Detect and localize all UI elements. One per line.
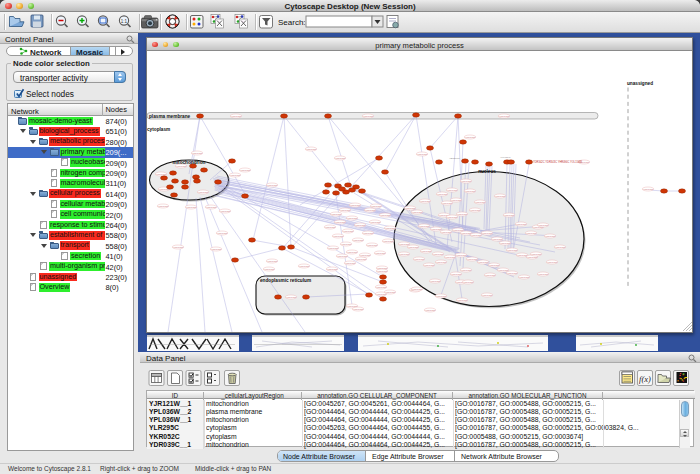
svg-text:YGR192C: YGR192C	[425, 309, 436, 311]
svg-text:YGR192C: YGR192C	[547, 261, 558, 263]
svg-text:YGR192C: YGR192C	[376, 286, 387, 288]
svg-text:YGR192C: YGR192C	[412, 211, 423, 213]
svg-text:YGR192C: YGR192C	[478, 261, 489, 263]
svg-text:YGR192C: YGR192C	[335, 221, 346, 223]
svg-text:YGR192C: YGR192C	[367, 244, 378, 246]
svg-text:YGR192C: YGR192C	[399, 243, 410, 245]
svg-text:YGR192C: YGR192C	[526, 232, 537, 234]
svg-text:YGR192C: YGR192C	[453, 229, 464, 231]
svg-text:YGR192C: YGR192C	[498, 269, 509, 271]
svg-text:YGR192C: YGR192C	[383, 240, 394, 242]
svg-text:f(x): f(x)	[639, 374, 651, 384]
svg-text:YGR192C: YGR192C	[333, 235, 344, 237]
svg-text:YGR192C: YGR192C	[456, 254, 467, 256]
svg-text:YGR192C: YGR192C	[158, 205, 169, 207]
svg-text:YGR192C: YGR192C	[356, 258, 367, 260]
svg-text:cytoplasm: cytoplasm	[147, 127, 170, 132]
svg-text:YGR192C: YGR192C	[353, 239, 364, 241]
svg-text:YGR192C: YGR192C	[371, 205, 382, 207]
svg-text:YGR192C: YGR192C	[447, 189, 458, 191]
svg-text:YGR192C: YGR192C	[337, 255, 348, 257]
svg-text:YGR192C: YGR192C	[365, 209, 376, 211]
svg-text:YGR192C: YGR192C	[643, 188, 654, 190]
svg-text:YGR192C: YGR192C	[419, 225, 430, 227]
svg-text:YGR192C: YGR192C	[475, 201, 486, 203]
svg-text:YGR192C: YGR192C	[267, 260, 278, 262]
svg-text:YGR192C: YGR192C	[206, 206, 217, 208]
svg-text:YGR192C: YGR192C	[519, 276, 530, 278]
svg-text:YGR192C: YGR192C	[347, 217, 358, 219]
svg-text:YGR192C: YGR192C	[516, 223, 527, 225]
svg-text:YGR192C: YGR192C	[463, 281, 474, 283]
svg-text:YGR192C: YGR192C	[230, 174, 241, 176]
svg-text:YGR192C: YGR192C	[457, 213, 468, 215]
svg-text:YGR192C: YGR192C	[467, 258, 478, 260]
svg-text:YGR192C: YGR192C	[240, 169, 251, 171]
svg-text:YGR192C: YGR192C	[507, 272, 518, 274]
svg-text:YGR192C: YGR192C	[377, 270, 388, 272]
svg-text:YGR192C: YGR192C	[350, 204, 361, 206]
svg-text:YGR192C: YGR192C	[377, 267, 388, 269]
svg-text:YGR192C: YGR192C	[375, 252, 386, 254]
svg-text:YGR192C: YGR192C	[380, 214, 391, 216]
svg-text:YGR192C: YGR192C	[331, 213, 342, 215]
svg-text:YGR192C: YGR192C	[186, 206, 197, 208]
svg-text:YGR192C: YGR192C	[340, 209, 351, 211]
svg-text:YGR192C: YGR192C	[217, 232, 228, 234]
svg-text:YGR192C: YGR192C	[299, 265, 310, 267]
svg-text:YGR192C: YGR192C	[495, 195, 506, 197]
svg-text:YGR192C: YGR192C	[405, 207, 416, 209]
svg-text:YGR192C: YGR192C	[500, 242, 511, 244]
svg-text:YGR192C: YGR192C	[347, 305, 358, 307]
svg-text:YGR192C: YGR192C	[399, 253, 410, 255]
svg-text:YGR192C: YGR192C	[327, 268, 338, 270]
svg-text:endoplasmic reticulum: endoplasmic reticulum	[260, 278, 311, 283]
svg-text:YGR192C: YGR192C	[363, 232, 374, 234]
svg-text:YGR192C: YGR192C	[385, 227, 396, 229]
svg-text:YGR192C: YGR192C	[264, 268, 275, 270]
svg-text:1:1: 1:1	[121, 19, 128, 24]
svg-text:YGR192C: YGR192C	[447, 216, 458, 218]
svg-text:YGR192C: YGR192C	[465, 136, 476, 138]
svg-text:YGR192C: YGR192C	[492, 238, 503, 240]
svg-text:YGR192C: YGR192C	[408, 246, 419, 248]
svg-text:YGR192C: YGR192C	[424, 264, 435, 266]
svg-text:YGR192C: YGR192C	[341, 243, 352, 245]
svg-text:YGR192C: YGR192C	[198, 191, 209, 193]
svg-text:YBR298C: YBR298C	[449, 157, 460, 160]
svg-text:YGR192C: YGR192C	[347, 251, 358, 253]
svg-text:YGR192C: YGR192C	[451, 199, 462, 201]
svg-text:YGR192C: YGR192C	[461, 180, 472, 182]
svg-text:YGR192C: YGR192C	[417, 153, 428, 155]
svg-text:nucleus: nucleus	[478, 169, 496, 174]
svg-text:YGR192C: YGR192C	[267, 184, 278, 186]
svg-text:YGR192C: YGR192C	[504, 214, 515, 216]
svg-text:YFL011W: YFL011W	[500, 156, 511, 159]
svg-text:YGR192C: YGR192C	[445, 256, 456, 258]
svg-text:YGR192C: YGR192C	[436, 261, 447, 263]
svg-text:YGR192C: YGR192C	[211, 248, 222, 250]
svg-text:YGR192C: YGR192C	[538, 273, 549, 275]
svg-text:YGR192C: YGR192C	[499, 115, 510, 117]
svg-text:YGR192C: YGR192C	[363, 115, 374, 117]
svg-text:YGR192C: YGR192C	[433, 253, 444, 255]
svg-text:YGR192C: YGR192C	[461, 269, 472, 271]
svg-text:YGR192C: YGR192C	[436, 295, 447, 297]
svg-text:YGR192C: YGR192C	[430, 280, 441, 282]
svg-text:YGR192C: YGR192C	[531, 253, 542, 255]
svg-text:YGR192C: YGR192C	[328, 247, 339, 249]
svg-text:YGR192C: YGR192C	[306, 148, 317, 150]
svg-text:YGR192C: YGR192C	[192, 152, 203, 154]
svg-text:YGR192C: YGR192C	[231, 115, 242, 117]
svg-text:mitochondrion: mitochondrion	[173, 160, 206, 165]
svg-text:YGR192C: YGR192C	[545, 235, 556, 237]
svg-text:YGR192C: YGR192C	[385, 291, 396, 293]
svg-text:YGR192C: YGR192C	[431, 228, 442, 230]
svg-text:plasma membrane: plasma membrane	[149, 114, 191, 119]
svg-text:YGR192C: YGR192C	[489, 264, 500, 266]
svg-text:YGR192C: YGR192C	[507, 249, 518, 251]
svg-text:YGR192C: YGR192C	[482, 232, 493, 234]
svg-text:YGR192C: YGR192C	[482, 294, 493, 296]
svg-text:YDR342C YDR343C YHR094C YOL156: YDR342C YDR343C YHR094C YOL156W	[533, 160, 583, 164]
svg-text:YGR192C: YGR192C	[465, 190, 476, 192]
